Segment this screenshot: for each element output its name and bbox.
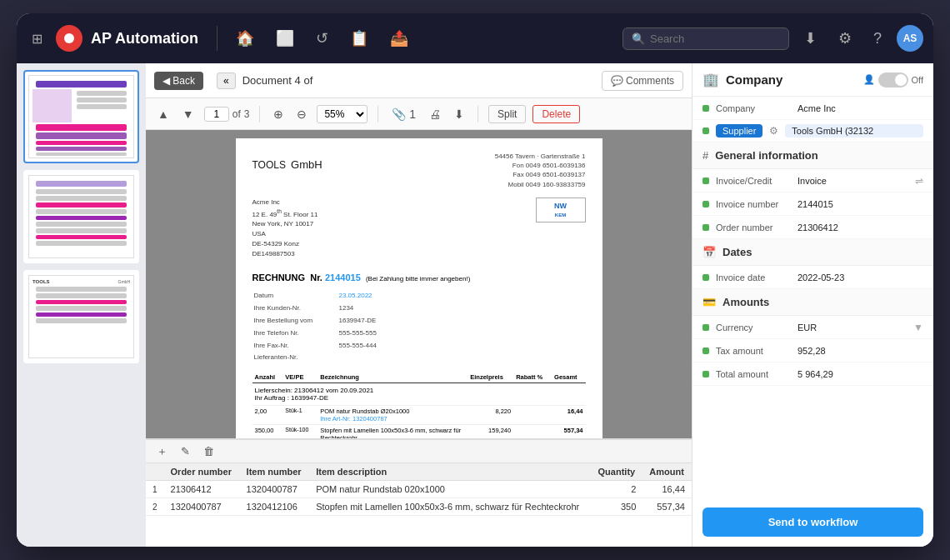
currency-indicator <box>702 324 709 331</box>
supplier-field-row: Supplier ⚙ Tools GmbH (32132 <box>692 120 933 142</box>
company-icon: 🏢 <box>702 72 719 88</box>
invoice-credit-value: Invoice <box>798 176 908 186</box>
invoice-number-indicator <box>702 201 709 208</box>
tax-amount-value: 952,28 <box>798 346 923 356</box>
invoice-logo: TOOLS GmbH <box>252 152 322 173</box>
split-button[interactable]: Split <box>488 105 526 123</box>
invoice-date-value: 2022-05-23 <box>798 272 923 282</box>
invoice-title: RECHNUNG Nr. 2144015 (Bei Zahlung bitte … <box>252 272 586 282</box>
currency-dropdown-icon[interactable]: ▼ <box>913 322 923 333</box>
supplier-label[interactable]: Supplier <box>716 124 762 138</box>
supplier-value: Tools GmbH (32132 <box>785 124 923 138</box>
doc-toolbar: ◀ Back « Document 4 of 💬 Comments <box>146 63 692 98</box>
col-order-number: Order number <box>164 463 240 481</box>
invoice-meta: Datum23.05.2022 Ihre Kunden-Nr.1234 Ihre… <box>252 289 586 365</box>
general-info-section-header: # General information <box>692 142 933 169</box>
invoice-number-value: 2144015 <box>798 199 923 209</box>
bottom-table-area: ＋ ✎ 🗑 Order number Item number Item desc… <box>146 438 692 547</box>
swap-icon[interactable]: ⇌ <box>915 175 923 187</box>
tax-amount-indicator <box>702 348 709 354</box>
avatar[interactable]: AS <box>897 25 923 52</box>
total-amount-row: Total amount 5 964,29 <box>692 362 933 386</box>
toggle-off[interactable] <box>878 72 908 88</box>
invoice-seller-info: 54456 Tavern · Gartenstraße 1 Fon 0049 6… <box>495 152 586 189</box>
order-number-indicator <box>702 224 709 231</box>
add-row-button[interactable]: ＋ <box>152 442 172 461</box>
dates-section-title: Dates <box>722 246 752 258</box>
back-button[interactable]: ◀ Back <box>154 72 203 90</box>
hash-icon: # <box>702 149 708 162</box>
assign-toggle[interactable]: 👤 Off <box>863 72 923 88</box>
toggle-label: Off <box>912 75 923 85</box>
general-info-title: General information <box>715 149 818 162</box>
page-number-input[interactable] <box>204 107 229 122</box>
zoom-out-button[interactable]: ⊖ <box>293 106 310 122</box>
print-button[interactable]: 🖨 <box>426 106 444 122</box>
tax-amount-row: Tax amount 952,28 <box>692 339 933 362</box>
data-table: Order number Item number Item descriptio… <box>146 463 692 516</box>
invoice-date-indicator <box>702 274 709 281</box>
thumbnail-3[interactable]: TOOLS GmbH <box>23 270 139 363</box>
search-input[interactable] <box>650 32 780 45</box>
col-description: Item description <box>309 463 591 481</box>
total-amount-label: Total amount <box>716 369 791 379</box>
total-amount-indicator <box>702 371 709 378</box>
currency-value: EUR <box>798 322 907 332</box>
grid-icon[interactable]: ⊞ <box>27 26 48 52</box>
app-window: ⊞ AP Automation 🏠 ⬜ ↺ 📋 📤 🔍 ⬇ ⚙ ? AS <box>17 13 933 547</box>
company-field-indicator <box>702 105 709 112</box>
refresh-icon[interactable]: ↺ <box>309 24 335 52</box>
page-total: 3 <box>244 108 250 120</box>
currency-label: Currency <box>716 322 791 332</box>
thumbnail-2[interactable] <box>23 170 139 263</box>
download-button[interactable]: ⬇ <box>451 106 468 122</box>
delete-button[interactable]: Delete <box>532 105 580 123</box>
attach-button[interactable]: 📎 1 <box>388 106 419 122</box>
clipboard-icon[interactable]: 📋 <box>343 24 375 52</box>
search-icon: 🔍 <box>632 32 645 45</box>
order-number-row: Order number 21306412 <box>692 216 933 239</box>
invoice-line-table: Anzahl VE/PE Bezeichnung Einzelpreis Rab… <box>252 372 586 438</box>
zoom-in-button[interactable]: ⊕ <box>270 106 287 122</box>
home-icon[interactable]: 🏠 <box>229 24 261 52</box>
col-quantity: Quantity <box>592 463 643 481</box>
document-icon[interactable]: ⬜ <box>269 24 301 52</box>
main-content: TOOLS GmbH ◀ Back <box>17 63 933 547</box>
delete-row-button[interactable]: 🗑 <box>199 443 218 459</box>
thumbnail-panel: TOOLS GmbH <box>17 63 146 547</box>
thumbnail-1[interactable] <box>23 70 139 163</box>
table-row: 1 21306412 1320400787 POM natur Rundstab… <box>146 481 692 498</box>
download-icon[interactable]: ⬇ <box>798 24 823 52</box>
order-number-value: 21306412 <box>798 222 923 232</box>
invoice-nr: 2144015 <box>325 272 361 282</box>
zoom-select[interactable]: 55% 75% 100% <box>317 105 368 123</box>
bottom-table-toolbar: ＋ ✎ 🗑 <box>146 440 692 463</box>
invoice-date-row: Invoice date 2022-05-23 <box>692 266 933 289</box>
invoice-credit-label: Invoice/Credit <box>716 176 791 186</box>
page-up-button[interactable]: ▲ <box>154 106 172 122</box>
top-nav: ⊞ AP Automation 🏠 ⬜ ↺ 📋 📤 🔍 ⬇ ⚙ ? AS <box>17 13 933 63</box>
invoice-document: TOOLS GmbH 54456 Tavern · Gartenstraße 1… <box>236 138 602 438</box>
col-rownum <box>146 463 164 481</box>
invoice-nr-label: Nr. <box>310 272 322 282</box>
page-down-button[interactable]: ▼ <box>179 106 198 122</box>
company-field-label: Company <box>716 103 791 113</box>
help-icon[interactable]: ? <box>867 25 888 52</box>
supplier-field-indicator <box>702 128 709 134</box>
company-field-value: Acme Inc <box>798 103 923 113</box>
upload-icon[interactable]: 📤 <box>383 24 415 52</box>
app-logo <box>56 25 82 52</box>
comments-button[interactable]: 💬 Comments <box>602 71 683 91</box>
calendar-icon: 📅 <box>702 246 716 258</box>
amounts-icon: 💳 <box>702 296 716 308</box>
tax-amount-label: Tax amount <box>716 346 791 356</box>
kem-logo: NWKEM <box>536 198 586 222</box>
doc-prev-button[interactable]: « <box>217 72 236 89</box>
col-amount: Amount <box>642 463 692 481</box>
send-to-workflow-button[interactable]: Send to workflow <box>702 508 923 537</box>
edit-row-button[interactable]: ✎ <box>177 443 194 459</box>
table-row: 2,00 Stük-1 POM natur Rundstab Ø20x1000 … <box>252 406 586 425</box>
doc-viewer[interactable]: TOOLS GmbH 54456 Tavern · Gartenstraße 1… <box>146 130 692 438</box>
settings-icon[interactable]: ⚙ <box>832 24 858 52</box>
supplier-gear-icon[interactable]: ⚙ <box>769 125 778 137</box>
